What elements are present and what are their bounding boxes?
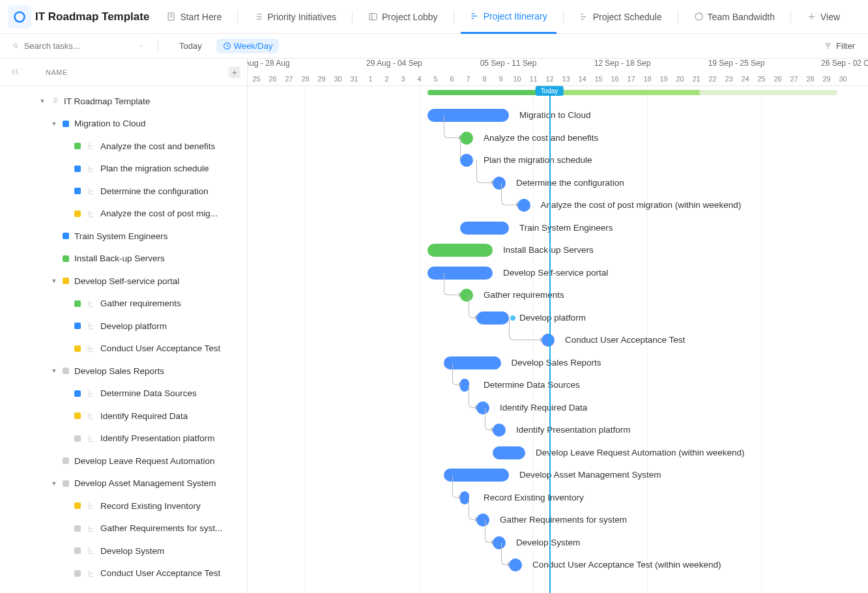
gantt-label: Identify Presentation platform — [516, 425, 631, 435]
gantt-bar[interactable] — [493, 446, 525, 459]
dependency-connector — [485, 408, 492, 431]
tree-row[interactable]: Develop Leave Request Automation — [0, 450, 247, 472]
status-square — [74, 166, 81, 172]
gantt-milestone[interactable] — [542, 334, 555, 347]
dependency-connector — [469, 385, 476, 408]
tree-row[interactable]: Develop System — [0, 540, 247, 562]
search-input-wrap[interactable] — [13, 41, 143, 51]
gantt-label: Gather requirements — [484, 290, 564, 300]
tab-team-bandwidth[interactable]: Team Bandwidth — [685, 0, 785, 34]
tree-row[interactable]: Record Existing Inventory — [0, 495, 247, 517]
today-button[interactable]: Today — [173, 38, 209, 53]
task-sidebar: NAME + ▼IT Roadmap Template▼Migration to… — [0, 59, 248, 593]
tree-row[interactable]: Conduct User Acceptance Test — [0, 338, 247, 360]
expand-arrow-icon[interactable]: ▼ — [51, 121, 57, 127]
day-label: 8 — [476, 72, 493, 86]
day-label: 20 — [672, 72, 688, 86]
tree-row[interactable]: Gather Requirements for syst... — [0, 517, 247, 540]
status-square — [63, 457, 69, 464]
svg-point-0 — [15, 12, 25, 22]
column-name-header: NAME — [46, 68, 68, 76]
tree-row[interactable]: ▼Develop Sales Reports — [0, 360, 247, 383]
gantt-label: Train System Engineers — [519, 223, 613, 233]
status-square — [74, 188, 81, 194]
gantt-bar[interactable] — [476, 311, 509, 325]
tree-row[interactable]: Plan the migration schedule — [0, 158, 247, 181]
app-logo — [8, 5, 31, 29]
day-label: 30 — [835, 72, 851, 86]
day-label: 15 — [590, 72, 607, 86]
tree-row[interactable]: Train System Engineers — [0, 225, 247, 248]
tab-priority-initiatives[interactable]: Priority Initiatives — [244, 0, 345, 34]
gantt-label: Migration to Cloud — [519, 110, 591, 120]
gantt-bar[interactable] — [427, 267, 493, 280]
tree-row[interactable]: Determine Data Sources — [0, 383, 247, 405]
tree-row[interactable]: Analyze the cost and benefits — [0, 135, 247, 158]
task-name: Determine the configuration — [100, 186, 209, 196]
today-line — [549, 86, 551, 593]
gantt-header: Aug - 28 Aug29 Aug - 04 Sep05 Sep - 11 S… — [248, 59, 868, 86]
expand-arrow-icon[interactable]: ▼ — [51, 368, 57, 374]
day-label: 13 — [558, 72, 574, 86]
task-name: Develop System — [100, 546, 164, 556]
tree-row[interactable]: ▼Migration to Cloud — [0, 113, 247, 136]
gantt-milestone[interactable] — [460, 154, 473, 167]
gantt-label: Identify Required Data — [500, 403, 587, 412]
summary-bar — [699, 90, 837, 95]
gantt-body[interactable]: TodayMigration to CloudAnalyze the cost … — [248, 86, 868, 593]
gantt-bar[interactable] — [460, 222, 509, 235]
collapse-sidebar-icon[interactable] — [10, 67, 20, 78]
subtask-icon — [86, 434, 95, 443]
tree-row[interactable]: ▼Develop Self-service portal — [0, 270, 247, 293]
expand-arrow-icon[interactable]: ▼ — [51, 480, 57, 487]
gantt-milestone[interactable] — [460, 132, 473, 145]
dependency-connector — [501, 543, 508, 566]
gantt-milestone[interactable] — [493, 424, 506, 437]
day-label: 21 — [688, 72, 704, 86]
tree-row[interactable]: ▼IT Roadmap Template — [0, 90, 247, 113]
tree-row[interactable]: Develop platform — [0, 315, 247, 338]
tree-row[interactable]: Gather requirements — [0, 293, 247, 315]
day-label: 24 — [737, 72, 753, 86]
tree-row[interactable]: Identify Presentation platform — [0, 427, 247, 450]
gantt-milestone[interactable] — [509, 558, 522, 571]
status-square — [63, 121, 69, 127]
expand-arrow-icon[interactable]: ▼ — [51, 278, 57, 284]
gantt-milestone[interactable] — [460, 379, 469, 392]
status-square — [74, 143, 81, 149]
chevron-down-icon[interactable] — [139, 42, 143, 50]
gantt-bar[interactable] — [427, 244, 493, 257]
tree-row[interactable]: Analyze the cost of post mig... — [0, 203, 247, 225]
tab-project-schedule[interactable]: Project Schedule — [570, 0, 671, 34]
day-label: 26 — [770, 72, 786, 86]
tree-row[interactable]: Install Back-up Servers — [0, 248, 247, 270]
task-name: Install Back-up Servers — [74, 253, 165, 263]
gantt-milestone[interactable] — [517, 199, 530, 212]
status-square — [74, 300, 81, 307]
dependency-connector — [509, 318, 540, 341]
filter-button[interactable]: Filter — [824, 41, 855, 51]
tree-row[interactable]: Determine the configuration — [0, 180, 247, 203]
expand-arrow-icon[interactable]: ▼ — [39, 98, 46, 104]
search-input[interactable] — [24, 41, 134, 51]
status-square — [63, 368, 69, 374]
tree-row[interactable]: Identify Required Data — [0, 405, 247, 427]
task-name: Migration to Cloud — [74, 119, 146, 128]
subtask-icon — [86, 344, 95, 353]
week-label: Aug - 28 Aug — [248, 59, 326, 68]
subtask-icon — [86, 209, 95, 218]
gantt-label: Develop Self-service portal — [503, 268, 608, 278]
day-label: 6 — [444, 72, 460, 86]
tree-row[interactable]: Conduct User Acceptance Test — [0, 562, 247, 585]
gantt-milestone[interactable] — [460, 491, 469, 504]
add-column-button[interactable]: + — [229, 66, 240, 78]
day-label: 9 — [493, 72, 509, 86]
tree-row[interactable]: ▼Develop Asset Management System — [0, 472, 247, 495]
gantt-bar[interactable] — [427, 109, 509, 122]
tab-view[interactable]: View — [798, 0, 849, 34]
weekday-toggle[interactable]: Week/Day — [216, 38, 280, 53]
tab-project-lobby[interactable]: Project Lobby — [359, 0, 447, 34]
tab-start-here[interactable]: Start Here — [157, 0, 231, 34]
tab-project-itinerary[interactable]: Project Itinerary — [461, 0, 557, 34]
subtask-icon — [86, 411, 95, 420]
